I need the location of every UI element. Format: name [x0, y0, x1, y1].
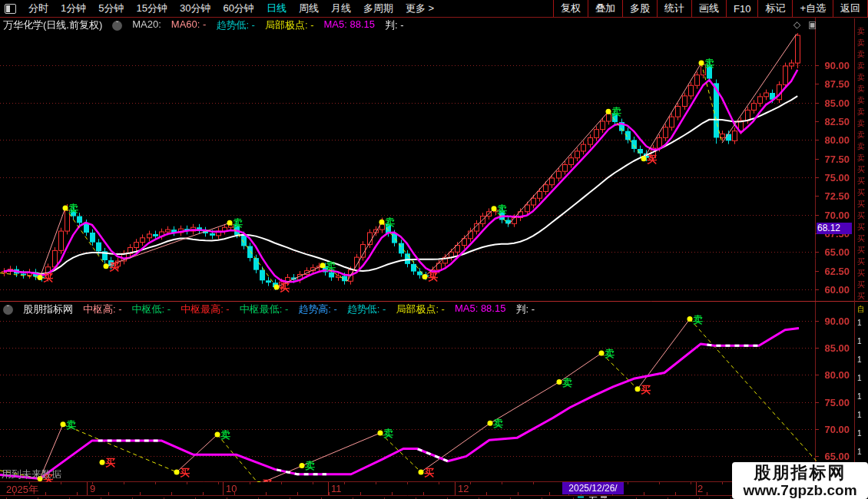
strip-glyph: 买 — [857, 166, 868, 173]
chevron-down-icon[interactable]: ˇ — [3, 305, 13, 315]
y-axis-label: 82.50 — [816, 116, 850, 127]
strip-glyph-num: 1 — [857, 411, 868, 419]
toolbar-button-复权[interactable]: 复权 — [553, 0, 588, 17]
window-split-icon[interactable] — [5, 4, 16, 14]
strip-glyph: 买 — [857, 246, 868, 254]
toolbar-button-统计[interactable]: 统计 — [657, 0, 691, 17]
y-axis-label: 77.50 — [816, 154, 850, 165]
y-axis-label: 80.00 — [816, 369, 850, 381]
y-axis-label: 70.00 — [816, 424, 850, 435]
strip-glyph: 买 — [857, 223, 868, 231]
x-axis-month-label: 11 — [331, 483, 342, 494]
y-axis-label: 65.00 — [816, 246, 850, 258]
y-axis-label: 80.00 — [816, 134, 850, 146]
legend-item: 判: - — [515, 302, 535, 316]
crosshair-date-tag: 2025/12/26/五 — [562, 482, 624, 494]
y-axis-label: 62.50 — [816, 266, 850, 277]
strip-glyph: 买 — [857, 235, 868, 243]
chart-canvas[interactable] — [0, 0, 868, 499]
sub-chart-header: ˇ 股朋指标网 中枢高: -中枢低: -中枢最高: -中枢最低: -趋势高: -… — [3, 302, 535, 316]
x-axis-month-label: 10 — [226, 483, 237, 494]
legend-item: 局部极点: - — [265, 18, 314, 32]
panel-icon[interactable]: ▣ — [808, 19, 817, 30]
stock-title: 万华化学(日线.前复权) — [3, 18, 102, 32]
strip-glyph-self: 自 — [857, 306, 868, 313]
watermark-url: www.7gpzb.com — [743, 482, 856, 498]
period-tab-更多 >[interactable]: 更多 > — [406, 2, 434, 15]
strip-glyph: 买 — [857, 200, 868, 208]
legend-item: MA60: - — [171, 18, 207, 32]
strip-glyph: 卖 — [857, 120, 868, 127]
y-axis-label: 60.00 — [816, 284, 850, 296]
x-axis-month-label: 9 — [90, 483, 95, 494]
strip-glyph-num: 1 — [857, 356, 868, 364]
period-tab-30分钟[interactable]: 30分钟 — [180, 2, 210, 15]
strip-glyph: 卖 — [857, 74, 868, 81]
toolbar-button-+自选[interactable]: +自选 — [792, 0, 833, 17]
legend-item: 趋势高: - — [298, 302, 337, 316]
strip-glyph: 买 — [857, 189, 868, 197]
strip-glyph: 买 — [857, 292, 868, 300]
period-tab-分时[interactable]: 分时 — [28, 2, 48, 15]
period-tab-日线[interactable]: 日线 — [267, 2, 287, 15]
chevron-down-icon[interactable]: ˇ — [112, 21, 122, 31]
watermark-site-name: 股朋指标网 — [754, 464, 846, 482]
strip-glyph: 卖 — [857, 28, 868, 35]
sub-legend: 中枢高: -中枢低: -中枢最高: -中枢最低: -趋势高: -趋势低: -局部… — [83, 302, 535, 316]
strip-glyph: 卖 — [857, 108, 868, 116]
period-tab-周线[interactable]: 周线 — [299, 2, 319, 15]
y-axis-label: 90.00 — [816, 316, 850, 327]
y-axis-label: 65.00 — [816, 451, 850, 462]
period-tab-月线[interactable]: 月线 — [331, 2, 351, 15]
toolbar-button-标记[interactable]: 标记 — [757, 0, 792, 17]
y-axis-label: 70.00 — [816, 210, 850, 221]
strip-glyph: 买 — [857, 177, 868, 185]
y-axis-label: 75.00 — [816, 172, 850, 183]
y-axis-label: 85.00 — [816, 342, 850, 354]
period-tab-60分钟[interactable]: 60分钟 — [223, 2, 253, 15]
main-legend: MA20:MA60: -趋势低: -局部极点: -MA5: 88.15判: - — [132, 18, 403, 32]
toolbar-button-多股[interactable]: 多股 — [622, 0, 657, 17]
watermark-badge: 股朋指标网 www.7gpzb.com — [732, 462, 868, 499]
legend-item: MA20: — [132, 18, 161, 32]
toolbar-button-返回[interactable]: 返回 — [833, 0, 868, 17]
strip-glyph-num: 1 — [857, 448, 868, 456]
legend-item: 中枢低: - — [132, 302, 171, 316]
toolbar-button-F10[interactable]: F10 — [726, 0, 757, 17]
strip-glyph: 卖 — [857, 97, 868, 104]
strip-glyph: 卖 — [857, 154, 868, 162]
period-tab-1分钟[interactable]: 1分钟 — [61, 2, 86, 15]
strip-glyph-num: 1 — [857, 338, 868, 345]
toolbar-button-画线[interactable]: 画线 — [691, 0, 726, 17]
y-axis-label: 87.50 — [816, 78, 850, 90]
period-menu: 分时1分钟5分钟15分钟30分钟60分钟日线周线月线多周期更多 > — [22, 2, 440, 15]
x-axis-month-label: 2 — [697, 483, 703, 494]
y-axis-label: 90.00 — [816, 60, 850, 71]
strip-glyph-num: 1 — [857, 393, 868, 401]
top-toolbar: 分时1分钟5分钟15分钟30分钟60分钟日线周线月线多周期更多 > 复权叠加多股… — [0, 0, 868, 18]
period-tab-多周期[interactable]: 多周期 — [363, 2, 393, 15]
main-chart-header: 万华化学(日线.前复权) ˇ MA20:MA60: -趋势低: -局部极点: -… — [3, 18, 404, 32]
legend-item: 判: - — [385, 18, 404, 32]
strip-glyph: 卖 — [857, 39, 868, 47]
y-axis-label: 72.50 — [816, 190, 850, 202]
strip-glyph: 买 — [857, 212, 868, 220]
legend-item: 中枢最低: - — [240, 302, 289, 316]
strip-glyph: 卖 — [857, 131, 868, 139]
right-edge-strip[interactable]: 卖卖卖卖卖卖卖卖卖卖卖卖买买买买买买买买买买买买自11111111 — [854, 18, 868, 499]
period-tab-15分钟[interactable]: 15分钟 — [136, 2, 167, 15]
strip-glyph: 卖 — [857, 62, 868, 70]
future-data-note: 用到未来数据 — [2, 468, 61, 481]
legend-item: 中枢最高: - — [181, 302, 230, 316]
strip-glyph: 买 — [857, 258, 868, 266]
legend-item: 中枢高: - — [83, 302, 122, 316]
x-axis-month-label: 12 — [458, 483, 469, 494]
strip-glyph-num: 1 — [857, 375, 868, 382]
period-tab-5分钟[interactable]: 5分钟 — [98, 2, 124, 15]
toolbar-button-叠加[interactable]: 叠加 — [588, 0, 622, 17]
legend-item: 局部极点: - — [396, 302, 445, 316]
strip-glyph: 买 — [857, 269, 868, 277]
y-axis-label: 85.00 — [816, 97, 850, 109]
strip-glyph: 卖 — [857, 85, 868, 93]
diamond-icon[interactable]: ◇ — [793, 19, 800, 30]
